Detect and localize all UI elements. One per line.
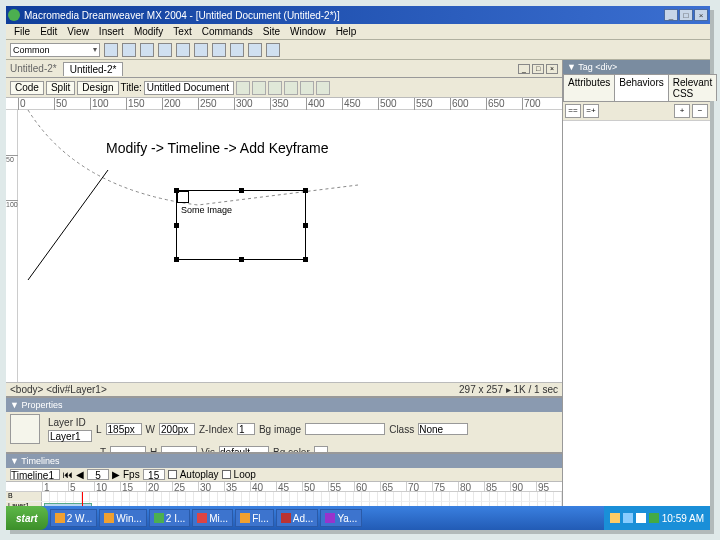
z-input[interactable]: 1 bbox=[237, 423, 255, 435]
design-canvas[interactable]: 50100 Modify -> Timeline -> Add Keyframe… bbox=[6, 110, 562, 382]
w-input[interactable]: 200px bbox=[159, 423, 195, 435]
insert-icon[interactable] bbox=[140, 43, 154, 57]
document-tab[interactable]: Untitled-2* bbox=[63, 62, 124, 76]
system-tray[interactable]: 10:59 AM bbox=[604, 506, 710, 530]
insert-icon[interactable] bbox=[230, 43, 244, 57]
insert-icon[interactable] bbox=[266, 43, 280, 57]
tab-behaviors[interactable]: Behaviors bbox=[614, 74, 668, 101]
toolbar-icon[interactable] bbox=[236, 81, 250, 95]
fps-label: Fps bbox=[123, 469, 140, 480]
autoplay-label: Autoplay bbox=[180, 469, 219, 480]
split-view-button[interactable]: Split bbox=[46, 81, 75, 95]
rewind-button[interactable]: ⏮ bbox=[63, 469, 73, 480]
close-button[interactable]: × bbox=[694, 9, 708, 21]
taskbar-item[interactable]: Ad... bbox=[276, 509, 319, 527]
bgimg-input[interactable] bbox=[305, 423, 385, 435]
tray-icon[interactable] bbox=[623, 513, 633, 523]
taskbar-item[interactable]: Win... bbox=[99, 509, 147, 527]
insert-icon[interactable] bbox=[158, 43, 172, 57]
prev-frame-button[interactable]: ◀ bbox=[76, 469, 84, 480]
loop-checkbox[interactable] bbox=[222, 470, 231, 479]
tag-inspector-header[interactable]: ▼ Tag <div> bbox=[563, 60, 710, 74]
tab-attributes[interactable]: Attributes bbox=[563, 74, 615, 101]
menu-commands[interactable]: Commands bbox=[198, 26, 257, 37]
taskbar-item[interactable]: 2 W... bbox=[50, 509, 98, 527]
menu-view[interactable]: View bbox=[63, 26, 93, 37]
toolbar-icon[interactable] bbox=[268, 81, 282, 95]
timelines-header[interactable]: ▼ Timelines bbox=[6, 454, 562, 468]
doc-close-button[interactable]: × bbox=[546, 64, 558, 74]
insert-icon[interactable] bbox=[194, 43, 208, 57]
resize-handle[interactable] bbox=[239, 188, 244, 193]
layer-id-input[interactable]: Layer1 bbox=[48, 430, 92, 442]
frame-input[interactable]: 5 bbox=[87, 469, 109, 480]
title-input[interactable]: Untitled Document bbox=[144, 81, 234, 95]
app-icon bbox=[325, 513, 335, 523]
menu-modify[interactable]: Modify bbox=[130, 26, 167, 37]
menu-edit[interactable]: Edit bbox=[36, 26, 61, 37]
resize-handle[interactable] bbox=[303, 223, 308, 228]
insert-icon[interactable] bbox=[212, 43, 226, 57]
taskbar-item[interactable]: Ya... bbox=[320, 509, 362, 527]
code-view-button[interactable]: Code bbox=[10, 81, 44, 95]
properties-header[interactable]: ▼ Properties bbox=[6, 398, 562, 412]
title-label: Title: bbox=[121, 82, 142, 93]
behaviors-remove-button[interactable]: − bbox=[692, 104, 708, 118]
taskbar-item[interactable]: 2 I... bbox=[149, 509, 190, 527]
playhead[interactable] bbox=[82, 492, 83, 506]
timeline-name-select[interactable]: Timeline1 bbox=[10, 469, 60, 480]
selected-layer[interactable]: Some Image bbox=[176, 190, 306, 260]
timeline-ruler[interactable]: 15101520253035404550556065707580859095 bbox=[6, 482, 562, 492]
insert-icon[interactable] bbox=[104, 43, 118, 57]
resize-handle[interactable] bbox=[174, 257, 179, 262]
behaviors-list[interactable] bbox=[563, 121, 710, 506]
insert-icon[interactable] bbox=[248, 43, 262, 57]
next-frame-button[interactable]: ▶ bbox=[112, 469, 120, 480]
refresh-icon[interactable] bbox=[300, 81, 314, 95]
menu-help[interactable]: Help bbox=[332, 26, 361, 37]
resize-handle[interactable] bbox=[174, 223, 179, 228]
resize-handle[interactable] bbox=[239, 257, 244, 262]
toolbar-icon[interactable] bbox=[252, 81, 266, 95]
taskbar-item[interactable]: Mi... bbox=[192, 509, 233, 527]
minimize-button[interactable]: _ bbox=[664, 9, 678, 21]
tray-icon[interactable] bbox=[636, 513, 646, 523]
loop-label: Loop bbox=[234, 469, 256, 480]
maximize-button[interactable]: □ bbox=[679, 9, 693, 21]
resize-handle[interactable] bbox=[303, 257, 308, 262]
toolbar-icon[interactable] bbox=[316, 81, 330, 95]
annotation-line bbox=[28, 170, 108, 280]
design-view-button[interactable]: Design bbox=[77, 81, 118, 95]
tab-relevant-css[interactable]: Relevant CSS bbox=[668, 74, 717, 101]
timeline-lane-1[interactable]: Layer1 bbox=[6, 502, 42, 506]
insert-icon[interactable] bbox=[122, 43, 136, 57]
menu-file[interactable]: File bbox=[10, 26, 34, 37]
resize-handle[interactable] bbox=[174, 188, 179, 193]
l-input[interactable]: 185px bbox=[106, 423, 142, 435]
app-icon bbox=[55, 513, 65, 523]
menu-window[interactable]: Window bbox=[286, 26, 330, 37]
tag-selector[interactable]: <body> <div#Layer1> bbox=[10, 384, 107, 395]
insert-icon[interactable] bbox=[176, 43, 190, 57]
tray-icon[interactable] bbox=[610, 513, 620, 523]
class-select[interactable]: None bbox=[418, 423, 468, 435]
taskbar-item[interactable]: Fl... bbox=[235, 509, 274, 527]
menu-site[interactable]: Site bbox=[259, 26, 284, 37]
layer-icon bbox=[10, 414, 40, 444]
autoplay-checkbox[interactable] bbox=[168, 470, 177, 479]
behaviors-tool[interactable]: == bbox=[565, 104, 581, 118]
start-button[interactable]: start bbox=[6, 506, 48, 530]
timeline-clip[interactable] bbox=[44, 503, 92, 506]
doc-minimize-button[interactable]: _ bbox=[518, 64, 530, 74]
menu-text[interactable]: Text bbox=[169, 26, 195, 37]
fps-input[interactable]: 15 bbox=[143, 469, 165, 480]
tray-icon[interactable] bbox=[649, 513, 659, 523]
toolbar-icon[interactable] bbox=[284, 81, 298, 95]
timeline-lane-b: B bbox=[6, 492, 42, 501]
insert-category-select[interactable]: Common bbox=[10, 43, 100, 57]
menu-insert[interactable]: Insert bbox=[95, 26, 128, 37]
resize-handle[interactable] bbox=[303, 188, 308, 193]
behaviors-add-button[interactable]: + bbox=[674, 104, 690, 118]
behaviors-tool[interactable]: =+ bbox=[583, 104, 599, 118]
doc-restore-button[interactable]: □ bbox=[532, 64, 544, 74]
